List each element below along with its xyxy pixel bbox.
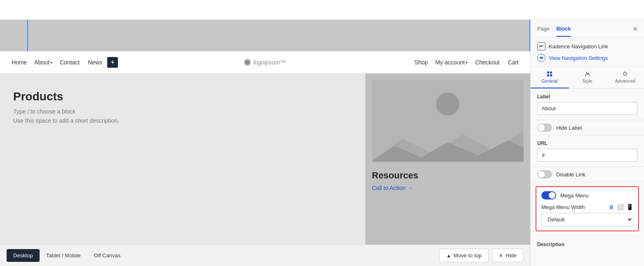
nav-left: Home About ▾ Contact News + [8, 57, 118, 68]
url-field-section: URL [531, 135, 644, 167]
block-name-row: Kadence Navigation Link [537, 42, 637, 50]
mega-menu-label: Mega Menu [560, 192, 589, 199]
device-icons-group: 🖥 ⬜ 📱 [609, 204, 633, 210]
mega-menu-width-select[interactable]: Default Full Width Container Width [541, 213, 633, 226]
hide-button[interactable]: ✕ Hide [492, 249, 524, 262]
canvas-area: Home About ▾ Contact News + logoipsum™ [0, 20, 530, 266]
tab-off-canvas[interactable]: Off Canvas [87, 249, 127, 262]
logo-icon [244, 59, 251, 66]
hide-label-text: Hide Label [556, 125, 582, 131]
nav-right: Shop My account ▾ Checkout Cart [411, 57, 522, 67]
nav-item-cart[interactable]: Cart [505, 57, 522, 67]
description-section: Description [531, 235, 644, 253]
block-name-section: Kadence Navigation Link View Navigation … [531, 38, 644, 66]
image-placeholder [372, 80, 524, 163]
move-to-top-button[interactable]: ▲ Move to top [439, 249, 489, 262]
panel-tab-block[interactable]: Block [556, 26, 571, 37]
panel-tab-header: Page Block × [531, 20, 644, 38]
placeholder-mountains [372, 126, 524, 163]
panel-tab-page[interactable]: Page [537, 26, 550, 37]
mega-menu-toggle[interactable] [541, 191, 556, 200]
tab-advanced[interactable]: Advanced [606, 66, 644, 88]
hide-label-row: Hide Label [537, 124, 637, 132]
description-label: Description [537, 242, 564, 247]
nav-item-shop[interactable]: Shop [411, 57, 431, 67]
nav-item-contact[interactable]: Contact [56, 57, 83, 67]
view-nav-icon [537, 54, 545, 62]
canvas-content: Products Type / to choose a block Use th… [0, 74, 530, 245]
disable-link-text: Disable Link [556, 171, 585, 178]
move-to-top-icon: ▲ [446, 253, 451, 259]
hide-label-section: Hide Label [531, 120, 644, 135]
nav-bar: Home About ▾ Contact News + logoipsum™ [0, 51, 530, 74]
disable-link-row: Disable Link [537, 170, 637, 178]
url-field-label: URL [537, 140, 637, 146]
device-icon-desktop[interactable]: 🖥 [609, 204, 614, 210]
content-title: Products [13, 90, 352, 103]
svg-rect-7 [547, 71, 549, 74]
panel-function-tabs: General Style Advanced [531, 66, 644, 89]
about-chevron: ▾ [50, 60, 52, 65]
bottom-actions: ▲ Move to top ✕ Hide [439, 249, 524, 262]
nav-add-button[interactable]: + [107, 57, 118, 68]
right-panel: Page Block × Kadence Navigation Link Vie… [530, 20, 644, 266]
svg-rect-10 [550, 74, 552, 76]
view-nav-settings-link[interactable]: View Navigation Settings [537, 54, 637, 62]
canvas-top-accent [0, 20, 530, 51]
general-icon [546, 71, 553, 77]
content-description: Use this space to add a short descriptio… [13, 117, 352, 124]
svg-marker-3 [372, 140, 524, 162]
hide-label-toggle[interactable] [537, 124, 552, 132]
nav-item-checkout[interactable]: Checkout [472, 57, 503, 67]
advanced-icon [622, 71, 628, 77]
label-field-section: Label [531, 89, 644, 120]
tab-general[interactable]: General [531, 66, 569, 88]
disable-link-section: Disable Link [531, 167, 644, 182]
content-right: Resources Call to Action → [365, 74, 530, 245]
label-field-label: Label [537, 94, 637, 100]
hide-icon: ✕ [499, 253, 503, 259]
disable-link-toggle[interactable] [537, 170, 552, 178]
svg-point-1 [245, 61, 249, 64]
mega-menu-width-label: Mega Menu Width [541, 204, 585, 210]
resources-title: Resources [372, 170, 524, 181]
bottom-bar: Desktop Tablet / Mobile Off Canvas ▲ Mov… [0, 245, 530, 266]
tab-style[interactable]: Style [569, 66, 606, 88]
content-left: Products Type / to choose a block Use th… [0, 74, 365, 245]
placeholder-circle [436, 93, 459, 116]
blue-line-right [529, 20, 530, 51]
url-field-input[interactable] [537, 149, 637, 162]
panel-close-button[interactable]: × [633, 25, 637, 38]
blue-line-left [27, 20, 28, 51]
mega-menu-toggle-row: Mega Menu [541, 191, 633, 200]
svg-rect-9 [547, 74, 549, 76]
nav-item-news[interactable]: News [85, 57, 106, 67]
resources-link[interactable]: Call to Action → [372, 185, 413, 191]
mega-menu-width-row: Mega Menu Width 🖥 ⬜ 📱 [541, 204, 633, 210]
logo-text: logoipsum™ [254, 59, 286, 66]
svg-rect-4 [539, 45, 543, 46]
nav-item-myaccount[interactable]: My account ▾ [433, 57, 470, 67]
svg-point-6 [541, 57, 542, 59]
mega-menu-section: Mega Menu Mega Menu Width 🖥 ⬜ 📱 Default … [536, 186, 639, 231]
tab-tablet-mobile[interactable]: Tablet / Mobile [40, 249, 87, 262]
style-icon [584, 71, 591, 77]
resources-section: Resources Call to Action → [372, 167, 524, 195]
nav-item-home[interactable]: Home [8, 57, 30, 67]
block-name-label: Kadence Navigation Link [549, 43, 608, 50]
content-hint: Type / to choose a block [13, 108, 352, 115]
myaccount-chevron: ▾ [465, 60, 468, 65]
svg-rect-5 [539, 47, 542, 48]
nav-logo: logoipsum™ [244, 59, 286, 66]
tab-desktop[interactable]: Desktop [7, 249, 40, 262]
view-nav-settings-label: View Navigation Settings [549, 55, 608, 61]
label-field-input[interactable] [537, 102, 637, 115]
nav-item-about[interactable]: About ▾ [32, 57, 55, 67]
device-icon-tablet[interactable]: ⬜ [617, 204, 624, 210]
svg-rect-8 [550, 71, 552, 74]
device-icon-mobile[interactable]: 📱 [626, 204, 633, 210]
block-icon [537, 42, 545, 50]
